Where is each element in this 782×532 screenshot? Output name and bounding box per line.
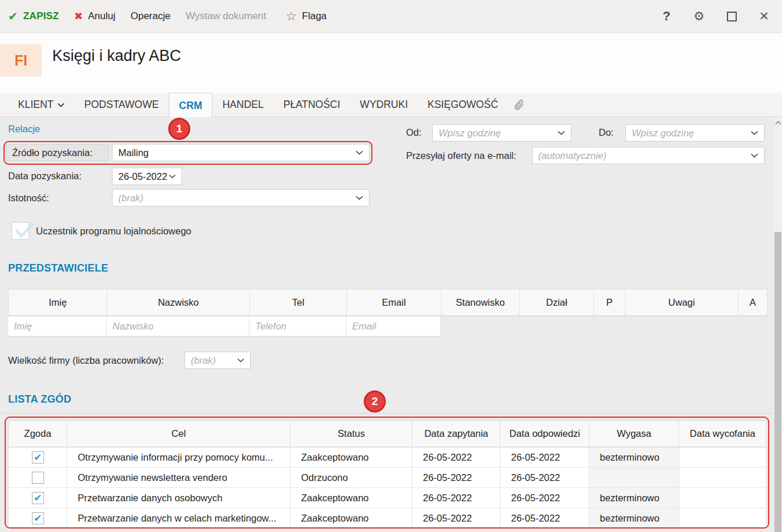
acquisition-date-dropdown[interactable]: 26-05-2022: [112, 168, 182, 185]
help-button[interactable]: ?: [659, 9, 674, 24]
consent-status: Odrzucono: [291, 468, 412, 488]
rep-last-name-input[interactable]: Nazwisko: [107, 316, 249, 336]
scroll-up-button[interactable]: [774, 121, 782, 125]
consent-cel: Przetwarzanie danych w celach marketingo…: [67, 508, 291, 529]
issue-document-button: Wystaw dokument: [186, 10, 266, 22]
cancel-button-label: Anuluj: [88, 10, 115, 22]
consent-row[interactable]: ✔ Przetwarzanie danych osobowych Zaakcep…: [9, 488, 766, 508]
send-offers-label: Przesyłaj oferty na e-mail:: [406, 150, 516, 161]
consent-data-wycofania: [679, 468, 766, 488]
annotation-badge-1: 1: [168, 118, 190, 140]
col-data-odpowiedzi[interactable]: Data odpowiedzi: [501, 421, 589, 447]
loyalty-checkbox[interactable]: [12, 222, 29, 240]
consent-data-odpowiedzi: 26-05-2022: [501, 488, 589, 508]
tab-podstawowe[interactable]: PODSTAWOWE: [74, 93, 168, 117]
tab-ksiegowosc-label: KSIĘGOWOŚĆ: [428, 99, 498, 111]
consent-checkbox[interactable]: ✔: [32, 512, 44, 524]
rep-phone-input[interactable]: Telefon: [249, 316, 346, 336]
relacje-link[interactable]: Relacje: [8, 124, 40, 135]
close-button[interactable]: ✕: [756, 9, 772, 24]
col-cel[interactable]: Cel: [67, 421, 291, 447]
consent-data-zapytania: 26-05-2022: [412, 447, 501, 468]
settings-gear-icon[interactable]: ⚙: [692, 9, 707, 24]
col-a[interactable]: A: [738, 289, 767, 316]
consent-wygasa: bezterminowo: [589, 508, 679, 529]
rep-first-name-input[interactable]: Imię: [8, 316, 107, 336]
col-zgoda[interactable]: Zgoda: [9, 421, 67, 447]
col-wygasa[interactable]: Wygasa: [589, 421, 679, 447]
source-dropdown[interactable]: Mailing: [112, 144, 370, 161]
col-p[interactable]: P: [594, 289, 625, 316]
consent-status: Zaakceptowano: [291, 488, 412, 508]
chevron-down-icon: [57, 103, 64, 107]
col-data-wycofania[interactable]: Data wycofania: [679, 421, 766, 447]
consent-checkbox[interactable]: ✔: [32, 451, 44, 464]
col-dzial[interactable]: Dział: [520, 289, 594, 316]
importance-label: Istotność:: [8, 193, 49, 204]
consents-heading: LISTA ZGÓD: [8, 393, 71, 406]
col-tel[interactable]: Tel: [250, 289, 347, 316]
source-label-text: Źródło pozyskania:: [12, 147, 93, 158]
scrollbar-thumb[interactable]: [774, 232, 781, 532]
attachments-button[interactable]: [508, 93, 531, 117]
tab-wydruki[interactable]: WYDRUKI: [350, 93, 418, 117]
vertical-scrollbar[interactable]: [774, 117, 782, 532]
to-time-dropdown[interactable]: Wpisz godzinę: [625, 124, 765, 142]
save-button[interactable]: ✔ ZAPISZ: [8, 9, 59, 23]
consent-cel: Otrzymywanie newslettera vendero: [67, 468, 291, 488]
consent-wygasa: bezterminowo: [589, 447, 679, 468]
tab-handel-label: HANDEL: [222, 99, 263, 111]
consent-status: Zaakceptowano: [291, 447, 412, 468]
chevron-down-icon: [356, 196, 363, 200]
maximize-button[interactable]: [724, 9, 739, 24]
consents-header-row: Zgoda Cel Status Data zapytania Data odp…: [9, 421, 766, 447]
consent-wygasa: [589, 468, 679, 488]
consent-checkbox[interactable]: [32, 472, 44, 484]
consent-checkbox[interactable]: ✔: [32, 492, 44, 504]
col-status[interactable]: Status: [291, 421, 412, 447]
check-icon: ✔: [8, 9, 18, 23]
page-title: Księgi i kadry ABC: [52, 47, 181, 65]
flag-label: Flaga: [302, 10, 327, 22]
send-offers-dropdown[interactable]: (automatycznie): [532, 147, 765, 164]
consent-data-odpowiedzi: 26-05-2022: [501, 468, 589, 488]
cancel-button[interactable]: ✖ Anuluj: [74, 10, 115, 23]
tab-crm-label: CRM: [179, 100, 202, 112]
from-time-dropdown[interactable]: Wpisz godzinę: [432, 124, 571, 142]
rep-last-name-placeholder: Nazwisko: [113, 321, 154, 332]
operations-button[interactable]: Operacje: [131, 10, 171, 22]
tab-crm[interactable]: CRM: [169, 93, 213, 118]
consent-data-wycofania: [679, 447, 766, 468]
representatives-heading: PRZEDSTAWICIELE: [8, 262, 108, 274]
chevron-down-icon: [169, 174, 176, 179]
rep-email-input[interactable]: Email: [346, 316, 441, 336]
company-size-dropdown[interactable]: (brak): [184, 352, 251, 369]
send-offers-placeholder: (automatycznie): [538, 150, 606, 161]
save-button-label: ZAPISZ: [23, 10, 59, 22]
flag-button[interactable]: ☆ Flaga: [286, 9, 327, 23]
col-uwagi[interactable]: Uwagi: [625, 289, 738, 316]
consent-row[interactable]: ✔ Otrzymywanie informacji przy pomocy ko…: [9, 447, 766, 468]
chevron-down-icon: [751, 131, 758, 135]
tab-handel[interactable]: HANDEL: [212, 93, 273, 117]
consent-row[interactable]: Otrzymywanie newslettera vendero Odrzuco…: [9, 468, 766, 488]
entity-type-badge: FI: [0, 44, 42, 77]
col-stanowisko[interactable]: Stanowisko: [441, 289, 520, 316]
consent-status: Zaakceptowano: [291, 508, 412, 529]
consent-data-wycofania: [679, 508, 766, 529]
consent-data-zapytania: 26-05-2022: [412, 488, 501, 508]
chevron-down-icon: [237, 358, 244, 363]
consent-data-zapytania: 26-05-2022: [412, 508, 501, 529]
col-data-zapytania[interactable]: Data zapytania: [412, 421, 501, 447]
consent-row[interactable]: ✔ Przetwarzanie danych w celach marketin…: [9, 508, 766, 529]
tab-ksiegowosc[interactable]: KSIĘGOWOŚĆ: [418, 93, 508, 117]
operations-label: Operacje: [131, 10, 171, 22]
col-email[interactable]: Email: [347, 289, 441, 316]
tab-klient[interactable]: KLIENT: [8, 93, 74, 117]
annotation-badge-2: 2: [364, 390, 386, 412]
col-imie[interactable]: Imię: [9, 289, 107, 316]
importance-dropdown[interactable]: (brak): [112, 189, 370, 207]
rep-email-placeholder: Email: [352, 321, 376, 332]
tab-platnosci[interactable]: PŁATNOŚCI: [273, 93, 350, 117]
col-nazwisko[interactable]: Nazwisko: [107, 289, 250, 316]
